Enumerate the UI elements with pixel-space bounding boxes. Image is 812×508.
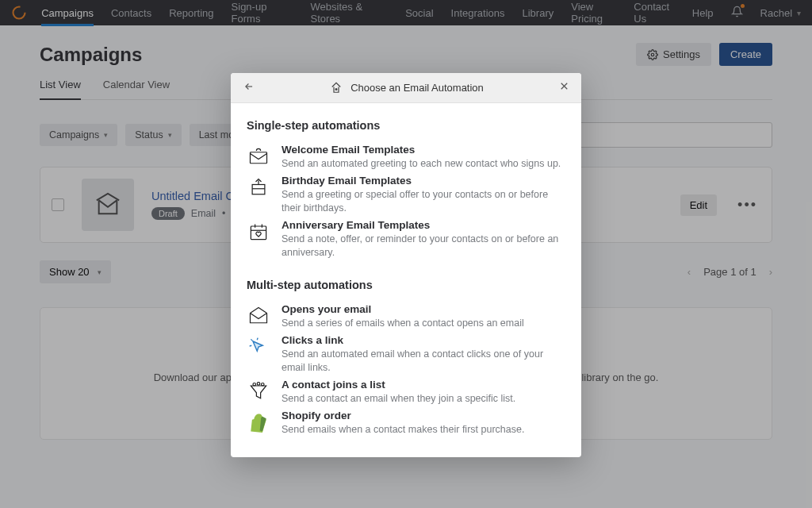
modal-overlay[interactable]: Choose an Email Automation Single-step a… xyxy=(0,0,812,508)
funnel-icon xyxy=(247,379,270,403)
welcome-email-icon xyxy=(247,144,270,168)
open-email-icon xyxy=(247,304,270,328)
automation-modal: Choose an Email Automation Single-step a… xyxy=(231,73,581,457)
opt-welcome-email[interactable]: Welcome Email TemplatesSend an automated… xyxy=(247,141,565,172)
opt-opens-email[interactable]: Opens your emailSend a series of emails … xyxy=(247,301,565,332)
shopify-icon xyxy=(247,410,270,434)
opt-birthday-email[interactable]: Birthday Email TemplatesSend a greeting … xyxy=(247,172,565,217)
birthday-icon xyxy=(247,175,270,199)
modal-back[interactable] xyxy=(242,81,256,95)
section-single-title: Single-step automations xyxy=(247,119,565,132)
section-multi-title: Multi-step automations xyxy=(247,279,565,291)
svg-point-2 xyxy=(335,88,337,90)
svg-point-8 xyxy=(262,383,265,387)
svg-point-7 xyxy=(257,383,260,386)
svg-point-6 xyxy=(253,383,256,387)
svg-rect-3 xyxy=(251,152,267,164)
opt-joins-list[interactable]: A contact joins a listSend a contact an … xyxy=(247,376,565,407)
opt-anniversary-email[interactable]: Anniversary Email TemplatesSend a note, … xyxy=(247,217,565,261)
svg-rect-4 xyxy=(252,185,265,194)
modal-close[interactable] xyxy=(558,80,570,95)
automation-icon xyxy=(328,81,344,95)
cursor-click-icon xyxy=(247,335,270,359)
calendar-heart-icon xyxy=(247,220,270,244)
opt-clicks-link[interactable]: Clicks a linkSend an automated email whe… xyxy=(247,332,565,376)
modal-title-text: Choose an Email Automation xyxy=(350,82,484,94)
opt-shopify-order[interactable]: Shopify orderSend emails when a contact … xyxy=(247,407,565,438)
